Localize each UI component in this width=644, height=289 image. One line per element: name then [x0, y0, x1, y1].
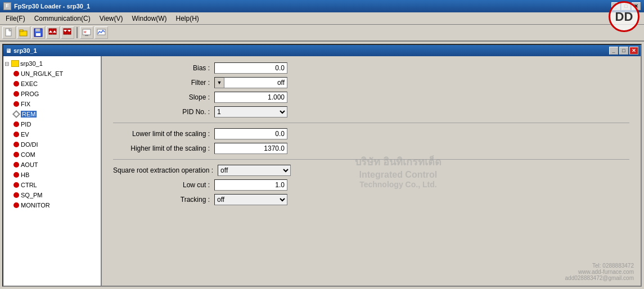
svg-rect-16 [85, 35, 88, 36]
filter-select-container: ▼ off [214, 77, 287, 88]
form-row-lower-limit: Lower limit of the scaling : [113, 128, 629, 140]
tree-label-exec: EXEC [21, 80, 38, 87]
tree-item-un-rg[interactable]: UN_RG/LK_ET [3, 69, 101, 79]
form-section-limits: Lower limit of the scaling : Higher limi… [113, 128, 629, 155]
tree-item-fix[interactable]: FIX [3, 99, 101, 109]
filter-value[interactable]: off [224, 77, 287, 88]
tree-label-ctrl: CTRL [21, 182, 37, 188]
tree-item-com[interactable]: COM [3, 150, 101, 160]
menu-view[interactable]: View(V) [95, 13, 128, 24]
tree-label-hb: HB [21, 171, 29, 178]
higher-limit-label: Higher limit of the scaling : [113, 144, 214, 152]
pid-no-label: PID No. : [113, 108, 214, 116]
app-icon: F [3, 2, 11, 10]
monitor-button[interactable]: M [80, 26, 93, 39]
divider-2 [113, 159, 629, 160]
square-root-label: Square root extraction operation : [113, 166, 218, 174]
tree-icon-exec [13, 81, 19, 87]
filter-label: Filter : [113, 79, 214, 87]
menu-bar: File(F) Communication(C) View(V) Window(… [0, 12, 644, 25]
menu-file[interactable]: File(F) [1, 13, 30, 24]
tree-item-prog[interactable]: PROG [3, 89, 101, 99]
tree-label-prog: PROG [21, 91, 39, 97]
svg-rect-6 [36, 33, 40, 36]
higher-limit-input[interactable] [214, 143, 287, 154]
tree-item-monitor[interactable]: MONITOR [3, 200, 101, 210]
inner-close-button[interactable]: ✕ [629, 47, 638, 55]
tree-item-aout[interactable]: AOUT [3, 160, 101, 170]
download-button[interactable] [61, 26, 74, 39]
open-button[interactable] [17, 26, 30, 39]
tree-label-monitor: MONITOR [21, 202, 50, 209]
tree-icon-aout [13, 162, 19, 168]
app-title: FpSrp30 Loader - srp30_1 [14, 3, 90, 10]
inner-window-title: srp30_1 [13, 47, 37, 54]
slope-input[interactable] [214, 92, 287, 103]
tree-icon-com [13, 152, 19, 157]
bias-label: Bias : [113, 64, 214, 72]
tree-expand-icon: ⊟ [4, 61, 11, 67]
tree-item-rem[interactable]: REM [3, 109, 101, 119]
main-area: 🖥 srp30_1 _ □ ✕ ⊟ srp30_1 UN [0, 42, 644, 289]
slope-label: Slope : [113, 93, 214, 101]
lower-limit-input[interactable] [214, 128, 287, 139]
tree-item-hb[interactable]: HB [3, 170, 101, 180]
inner-window: 🖥 srp30_1 _ □ ✕ ⊟ srp30_1 UN [2, 44, 642, 287]
toolbar: M [0, 25, 644, 42]
tree-item-exec[interactable]: EXEC [3, 79, 101, 89]
tree-icon-ctrl [13, 182, 19, 188]
inner-minimize-button[interactable]: _ [609, 47, 618, 55]
tree-label-un-rg: UN_RG/LK_ET [21, 70, 63, 77]
tree-item-sqpm[interactable]: SQ_PM [3, 190, 101, 200]
right-panel: บริษัท อินทิเกรทเต็ด Integrated Control … [102, 56, 641, 286]
tree-item-ev[interactable]: EV [3, 129, 101, 139]
filter-dropdown-arrow[interactable]: ▼ [214, 77, 224, 88]
menu-window[interactable]: Window(W) [128, 13, 172, 24]
inner-title-bar: 🖥 srp30_1 _ □ ✕ [3, 45, 641, 56]
pid-no-select[interactable]: 1 2 3 [214, 106, 287, 118]
form-row-tracking: Tracking : off on [113, 193, 629, 206]
menu-help[interactable]: Help(H) [172, 13, 204, 24]
tree-icon-hb [13, 172, 19, 178]
inner-content: ⊟ srp30_1 UN_RG/LK_ET EXEC PROG [3, 56, 641, 286]
bottom-watermark: Tel: 0288883472 www.add-furnace.com add0… [565, 263, 634, 281]
form-section-top: Bias : Filter : ▼ off Slope : [113, 62, 629, 118]
tree-label-root: srp30_1 [20, 60, 43, 67]
toolbar-separator [76, 27, 78, 38]
tree-icon-monitor [13, 202, 19, 208]
tree-icon-sqpm [13, 192, 19, 198]
tree-item-pid[interactable]: PID [3, 119, 101, 129]
tree-item-ctrl[interactable]: CTRL [3, 180, 101, 190]
tree-icon-dodi [13, 142, 19, 147]
form-row-pid-no: PID No. : 1 2 3 [113, 106, 629, 118]
square-root-select[interactable]: off on [218, 165, 291, 176]
upload-button[interactable] [46, 26, 60, 39]
form-row-higher-limit: Higher limit of the scaling : [113, 142, 629, 155]
tracking-select[interactable]: off on [214, 194, 287, 205]
new-button[interactable] [2, 26, 16, 39]
bias-input[interactable] [214, 62, 287, 74]
tree-icon-ev [13, 132, 19, 137]
tree-icon-pid [13, 121, 19, 127]
form-section-bottom: Square root extraction operation : off o… [113, 164, 629, 206]
low-cut-label: Low cut : [113, 181, 214, 189]
graph-button[interactable] [94, 26, 108, 39]
tree-label-dodi: DO/DI [21, 141, 38, 148]
svg-rect-5 [35, 29, 40, 31]
tree-item-dodi[interactable]: DO/DI [3, 139, 101, 150]
divider-1 [113, 123, 629, 123]
form-row-filter: Filter : ▼ off [113, 76, 629, 89]
tree-panel: ⊟ srp30_1 UN_RG/LK_ET EXEC PROG [3, 56, 102, 286]
tree-label-sqpm: SQ_PM [21, 192, 43, 198]
tree-icon-prog [13, 91, 19, 97]
inner-maximize-button[interactable]: □ [619, 47, 628, 55]
menu-communication[interactable]: Communication(C) [30, 13, 95, 24]
tree-label-fix: FIX [21, 101, 30, 107]
save-button[interactable] [31, 26, 45, 39]
low-cut-input[interactable] [214, 179, 287, 191]
tree-item-root[interactable]: ⊟ srp30_1 [3, 58, 101, 69]
svg-text:M: M [84, 30, 86, 34]
tree-icon-rem [12, 110, 20, 118]
tree-label-aout: AOUT [21, 161, 38, 168]
app-logo: DD [609, 1, 640, 32]
